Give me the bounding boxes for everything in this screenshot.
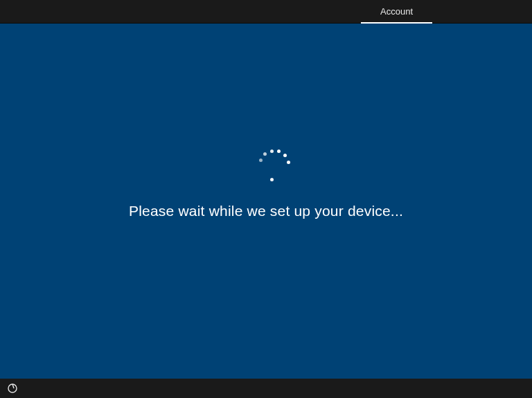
footer-bar xyxy=(0,379,532,398)
status-message: Please wait while we set up your device.… xyxy=(129,203,403,219)
tab-account[interactable]: Account xyxy=(361,0,432,24)
setup-status: Please wait while we set up your device.… xyxy=(129,147,403,219)
header-bar: Account xyxy=(0,0,532,24)
tab-account-label: Account xyxy=(380,6,413,17)
main-panel: Please wait while we set up your device.… xyxy=(0,24,532,379)
progress-spinner-icon xyxy=(255,147,288,181)
ease-of-access-icon[interactable] xyxy=(7,383,18,394)
